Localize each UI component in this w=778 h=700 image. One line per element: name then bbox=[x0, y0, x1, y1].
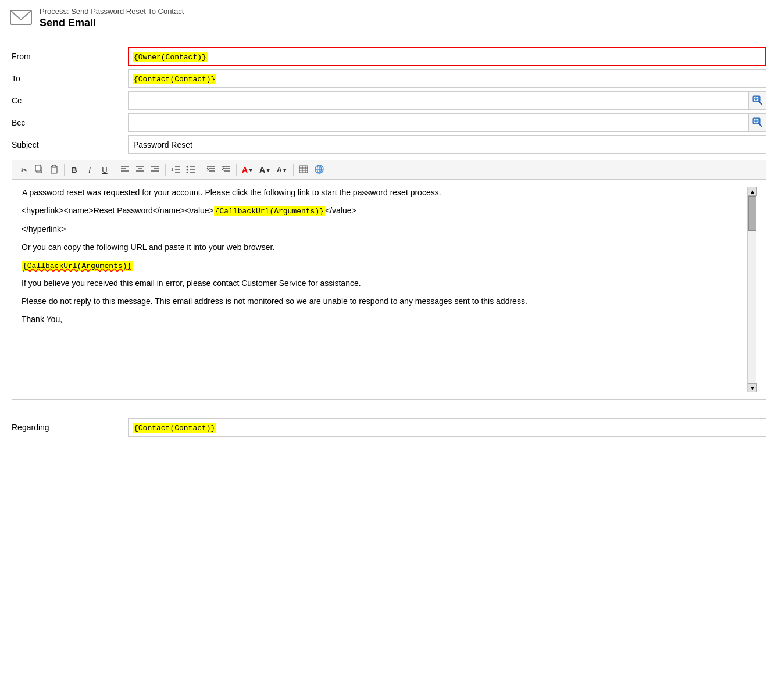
align-left-button[interactable] bbox=[118, 163, 132, 177]
callback-token-standalone: {CallbackUrl(Arguments)} bbox=[22, 261, 133, 271]
cc-label: Cc bbox=[12, 96, 128, 105]
bcc-row: Bcc bbox=[12, 113, 766, 132]
align-left-icon bbox=[120, 165, 130, 175]
font-color-button[interactable]: A▼ bbox=[240, 163, 256, 177]
indent-in-icon bbox=[206, 165, 216, 175]
indent-in-button[interactable] bbox=[204, 163, 218, 177]
paste-icon bbox=[49, 165, 59, 176]
editor-line-7: Please do not reply to this message. Thi… bbox=[22, 295, 741, 308]
ordered-list-icon: 1. bbox=[171, 165, 180, 175]
insert-table-button[interactable] bbox=[297, 163, 311, 177]
form-area: From {Owner(Contact)} To {Contact(Contac… bbox=[0, 35, 778, 400]
from-input[interactable] bbox=[128, 47, 766, 66]
scrollbar-thumb[interactable] bbox=[748, 196, 756, 231]
insert-image-button[interactable] bbox=[312, 163, 327, 177]
main-title: Send Email bbox=[40, 17, 184, 29]
regarding-label: Regarding bbox=[12, 423, 128, 432]
to-input[interactable] bbox=[128, 69, 766, 88]
indent-out-icon bbox=[222, 165, 231, 175]
page-container: Process: Send Password Reset To Contact … bbox=[0, 0, 778, 700]
copy-button[interactable] bbox=[32, 163, 46, 177]
editor-line-2: <hyperlink><name>Reset Password</name><v… bbox=[22, 205, 741, 217]
unordered-list-icon bbox=[186, 165, 195, 175]
insert-image-icon bbox=[314, 165, 324, 176]
to-input-wrapper: {Contact(Contact)} bbox=[128, 69, 766, 88]
to-row: To {Contact(Contact)} bbox=[12, 69, 766, 88]
insert-table-icon bbox=[299, 165, 308, 175]
bcc-input[interactable] bbox=[128, 113, 749, 132]
align-center-button[interactable] bbox=[133, 163, 147, 177]
separator-6 bbox=[293, 164, 294, 176]
align-right-icon bbox=[151, 165, 160, 175]
bcc-lookup-button[interactable] bbox=[749, 113, 766, 132]
to-label: To bbox=[12, 74, 128, 83]
editor-toolbar: ✂ B I U bbox=[12, 160, 766, 179]
regarding-row: Regarding {Contact(Contact)} bbox=[12, 418, 766, 437]
font-size-button[interactable]: A▼ bbox=[257, 163, 273, 177]
align-center-icon bbox=[135, 165, 145, 175]
svg-rect-10 bbox=[52, 165, 56, 167]
separator-3 bbox=[165, 164, 166, 176]
separator-2 bbox=[115, 164, 115, 176]
copy-icon bbox=[34, 165, 44, 176]
paste-button[interactable] bbox=[47, 163, 61, 177]
email-icon bbox=[9, 8, 33, 27]
bold-button[interactable]: B bbox=[67, 163, 81, 177]
process-title: Process: Send Password Reset To Contact bbox=[40, 7, 184, 16]
bcc-input-group bbox=[128, 113, 766, 132]
svg-text:1.: 1. bbox=[171, 167, 175, 172]
indent-out-button[interactable] bbox=[219, 163, 233, 177]
separator-4 bbox=[201, 164, 201, 176]
editor-scrollbar[interactable]: ▲ ▼ bbox=[747, 187, 756, 392]
font-color-icon: A bbox=[242, 165, 248, 174]
regarding-section: Regarding {Contact(Contact)} bbox=[0, 406, 778, 452]
scrollbar-down-arrow[interactable]: ▼ bbox=[748, 383, 757, 392]
editor-line-8: Thank You, bbox=[22, 313, 741, 326]
subject-row: Subject bbox=[12, 135, 766, 154]
scrollbar-up-arrow[interactable]: ▲ bbox=[748, 187, 757, 196]
callback-token-inline: {CallbackUrl(Arguments)} bbox=[214, 206, 325, 216]
cc-lookup-button[interactable] bbox=[749, 91, 766, 110]
cut-icon: ✂ bbox=[21, 166, 27, 174]
font-size-icon: A bbox=[259, 165, 265, 174]
editor-line-3: </hyperlink> bbox=[22, 223, 741, 235]
cut-button[interactable]: ✂ bbox=[17, 163, 31, 177]
header-text: Process: Send Password Reset To Contact … bbox=[40, 7, 184, 29]
font-face-button[interactable]: A▼ bbox=[274, 163, 290, 177]
editor-line-4: Or you can copy the following URL and pa… bbox=[22, 241, 741, 253]
subject-label: Subject bbox=[12, 140, 128, 149]
italic-button[interactable]: I bbox=[83, 163, 97, 177]
subject-input[interactable] bbox=[128, 135, 766, 154]
subject-input-wrapper bbox=[128, 135, 766, 154]
align-right-button[interactable] bbox=[148, 163, 162, 177]
editor-line-5: {CallbackUrl(Arguments)} bbox=[22, 259, 741, 272]
editor-content: A password reset was requested for your … bbox=[22, 187, 747, 392]
cc-row: Cc bbox=[12, 91, 766, 110]
editor-line-1: A password reset was requested for your … bbox=[22, 187, 741, 199]
regarding-input[interactable] bbox=[128, 418, 766, 437]
svg-rect-39 bbox=[299, 166, 308, 173]
from-label: From bbox=[12, 52, 128, 61]
cc-input[interactable] bbox=[128, 91, 749, 110]
unordered-list-button[interactable] bbox=[184, 163, 198, 177]
cc-input-group bbox=[128, 91, 766, 110]
lookup-icon bbox=[752, 95, 763, 106]
editor-line-6: If you believe you received this email i… bbox=[22, 277, 741, 290]
regarding-input-wrapper: {Contact(Contact)} bbox=[128, 418, 766, 437]
underline-button[interactable]: U bbox=[98, 163, 112, 177]
svg-point-29 bbox=[187, 172, 188, 173]
svg-line-5 bbox=[759, 123, 762, 127]
header: Process: Send Password Reset To Contact … bbox=[0, 0, 778, 35]
from-input-wrapper: {Owner(Contact)} bbox=[128, 47, 766, 66]
svg-point-27 bbox=[187, 166, 188, 167]
font-face-icon: A bbox=[277, 166, 282, 174]
svg-line-2 bbox=[759, 101, 762, 105]
svg-point-28 bbox=[187, 169, 188, 170]
svg-rect-8 bbox=[35, 165, 41, 171]
editor-body[interactable]: A password reset was requested for your … bbox=[12, 179, 766, 400]
from-row: From {Owner(Contact)} bbox=[12, 47, 766, 66]
lookup-icon-bcc bbox=[752, 117, 763, 128]
separator-5 bbox=[236, 164, 237, 176]
separator-1 bbox=[64, 164, 65, 176]
ordered-list-button[interactable]: 1. bbox=[169, 163, 183, 177]
